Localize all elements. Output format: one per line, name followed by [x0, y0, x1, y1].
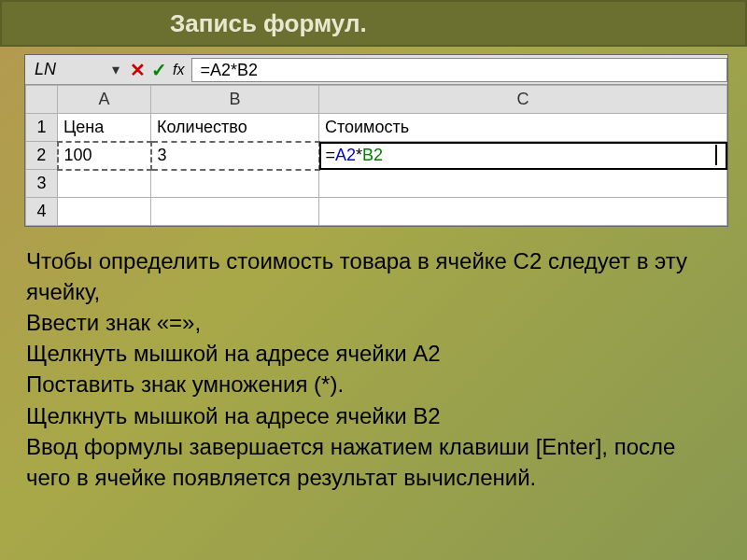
row-header[interactable]: 2	[26, 142, 58, 170]
cell-c4[interactable]	[319, 198, 727, 226]
col-header-c[interactable]: C	[319, 86, 727, 114]
table-row: 2 100 3 =A2*B2	[26, 142, 727, 170]
cell-c2[interactable]: =A2*B2	[319, 142, 727, 170]
instruction-line: Ввод формулы завершается нажатием клавиш…	[26, 431, 721, 493]
instruction-line: Щелкнуть мышкой на адресе ячейки В2	[26, 400, 721, 431]
corner-cell[interactable]	[26, 86, 58, 114]
cell-a4[interactable]	[58, 198, 151, 226]
formula-input[interactable]: =A2*B2	[191, 58, 727, 82]
cell-b3[interactable]	[151, 170, 319, 198]
col-header-b[interactable]: B	[151, 86, 319, 114]
cell-a3[interactable]	[58, 170, 151, 198]
spreadsheet-grid: A B C 1 Цена Количество Стоимость 2 100 …	[25, 85, 727, 226]
fx-icon[interactable]: fx	[173, 62, 184, 78]
row-header[interactable]: 1	[26, 114, 58, 142]
cell-b2[interactable]: 3	[151, 142, 319, 170]
cell-c3[interactable]	[319, 170, 727, 198]
table-row: 3	[26, 170, 727, 198]
cell-b1[interactable]: Количество	[151, 114, 319, 142]
name-box[interactable]: LN	[25, 60, 100, 79]
instruction-line: Поставить знак умножения (*).	[26, 369, 721, 399]
row-header[interactable]: 4	[26, 198, 58, 226]
col-header-a[interactable]: A	[58, 86, 151, 114]
instruction-line: Щелкнуть мышкой на адресе ячейки А2	[26, 338, 721, 369]
table-row: 1 Цена Количество Стоимость	[26, 114, 727, 142]
table-row: 4	[26, 198, 727, 226]
dropdown-icon[interactable]: ▾	[107, 62, 124, 78]
cell-a2[interactable]: 100	[58, 142, 151, 170]
row-header[interactable]: 3	[26, 170, 58, 198]
instruction-line: Чтобы определить стоимость товара в ячей…	[26, 245, 721, 307]
enter-icon[interactable]: ✓	[151, 59, 167, 81]
cell-c1[interactable]: Стоимость	[319, 114, 727, 142]
formula-bar-buttons: ▾ ✕ ✓ fx	[100, 59, 191, 81]
formula-bar: LN ▾ ✕ ✓ fx =A2*B2	[25, 55, 727, 85]
instruction-line: Ввести знак «=»,	[26, 307, 721, 338]
cancel-icon[interactable]: ✕	[130, 59, 146, 81]
excel-screenshot: LN ▾ ✕ ✓ fx =A2*B2 A B C 1 Цена Количест…	[24, 54, 728, 227]
cell-b4[interactable]	[151, 198, 319, 226]
slide-title: Запись формул.	[170, 9, 367, 38]
slide-title-bar: Запись формул.	[0, 0, 747, 47]
instruction-text: Чтобы определить стоимость товара в ячей…	[26, 245, 721, 493]
cell-a1[interactable]: Цена	[58, 114, 151, 142]
